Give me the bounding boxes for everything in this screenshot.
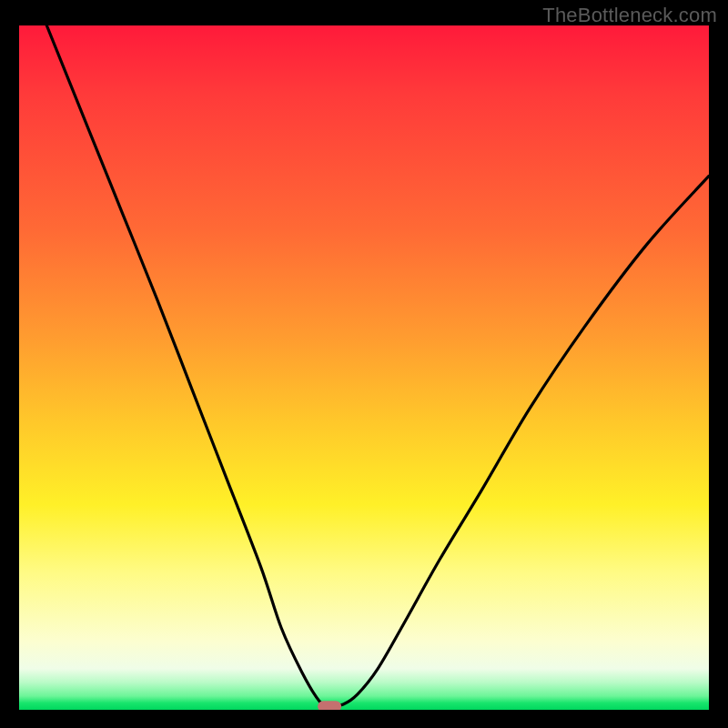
curve-path — [46, 25, 709, 706]
min-marker-icon — [318, 701, 341, 710]
bottleneck-curve — [19, 25, 709, 710]
plot-area — [19, 25, 709, 710]
attribution-text: TheBottleneck.com — [542, 4, 717, 27]
chart-stage: TheBottleneck.com — [0, 0, 728, 728]
